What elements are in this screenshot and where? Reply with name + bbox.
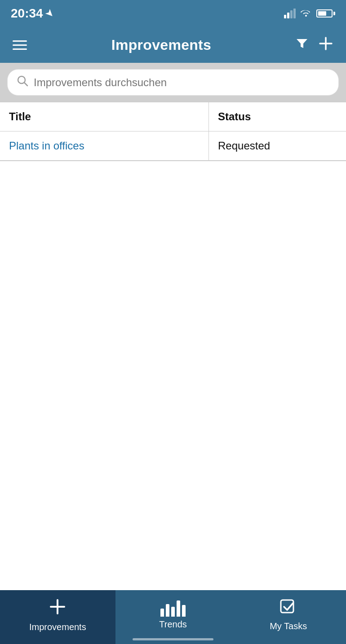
improvements-table: Title Status Plants in offices Requested — [0, 102, 346, 161]
add-button[interactable] — [318, 36, 333, 54]
search-icon — [17, 75, 28, 90]
hamburger-line-3 — [13, 48, 27, 50]
improvements-tab-label: Improvements — [29, 622, 86, 632]
improvements-tab-icon — [48, 597, 67, 619]
signal-icon — [284, 9, 296, 18]
status-icons — [284, 7, 335, 20]
table-header-title: Title — [0, 102, 209, 131]
hamburger-menu-button[interactable] — [13, 40, 27, 50]
status-bar: 20:34 ➤ — [0, 0, 346, 27]
hamburger-line-2 — [13, 44, 27, 46]
table-header-row: Title Status — [0, 102, 346, 131]
my-tasks-tab-icon — [279, 599, 297, 618]
filter-icon[interactable] — [296, 37, 308, 53]
trends-tab-icon — [160, 600, 186, 617]
search-container — [0, 63, 346, 102]
table-cell-status: Requested — [209, 131, 346, 160]
page-title: Improvements — [111, 37, 211, 53]
hamburger-line-1 — [13, 40, 27, 42]
search-input[interactable] — [34, 76, 329, 89]
location-icon: ➤ — [43, 7, 56, 20]
table-cell-title[interactable]: Plants in offices — [0, 131, 209, 160]
table-header-status: Status — [209, 102, 346, 131]
table-row[interactable]: Plants in offices Requested — [0, 131, 346, 161]
home-indicator — [133, 638, 213, 640]
main-content — [0, 161, 346, 606]
my-tasks-tab-label: My Tasks — [270, 621, 307, 631]
tab-bar: Improvements Trends My Tasks — [0, 590, 346, 644]
header: Improvements — [0, 27, 346, 63]
tab-my-tasks[interactable]: My Tasks — [231, 590, 346, 644]
search-wrapper — [7, 69, 339, 96]
svg-line-3 — [24, 83, 27, 86]
header-actions — [296, 36, 333, 54]
wifi-icon — [300, 7, 312, 20]
status-time: 20:34 ➤ — [11, 6, 53, 21]
trends-tab-label: Trends — [159, 619, 187, 630]
svg-rect-6 — [281, 600, 293, 613]
tab-trends[interactable]: Trends — [115, 590, 231, 644]
tab-improvements[interactable]: Improvements — [0, 590, 115, 644]
battery-icon — [316, 9, 335, 18]
